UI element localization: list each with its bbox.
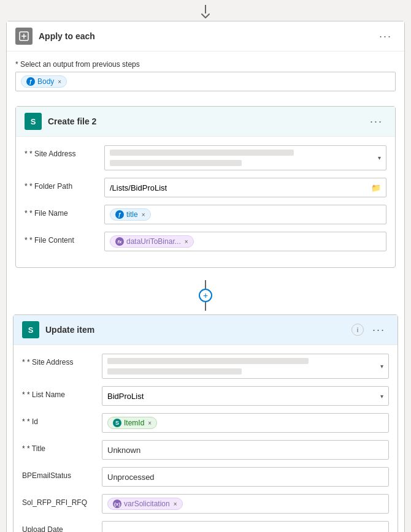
title-input-value: Unknown [107, 446, 140, 455]
list-name-dropdown[interactable]: BidProList ▾ [102, 386, 389, 406]
title-control: Unknown [102, 440, 389, 460]
select-output-label: * Select an output from previous steps [15, 60, 396, 69]
top-connector [0, 0, 411, 21]
body-token-label: Body [37, 77, 54, 86]
title-token-close[interactable]: × [142, 211, 145, 218]
loop-icon [19, 31, 29, 41]
title-token: ƒ title × [110, 208, 151, 221]
create-file-title: Create file 2 [48, 116, 366, 126]
id-input[interactable]: S ItemId × [102, 413, 389, 433]
sol-label: Sol_RFP_RFI_RFQ [22, 494, 102, 507]
body-token-close[interactable]: × [58, 78, 61, 85]
var-solicitation-token-icon: {x} [113, 500, 121, 508]
title-token-icon: ƒ [115, 210, 124, 219]
update-site-dropdown-arrow: ▾ [380, 363, 383, 370]
site-address-dropdown[interactable]: ▾ [104, 145, 386, 170]
list-name-label: * List Name [22, 386, 102, 399]
update-item-actions: i ··· [351, 322, 389, 338]
list-name-row: * List Name BidProList ▾ [22, 386, 389, 406]
bp-email-status-input[interactable]: Unprocessed [102, 467, 389, 487]
bp-email-status-value: Unprocessed [107, 473, 155, 482]
update-item-more-button[interactable]: ··· [369, 322, 389, 338]
data-uri-token-icon: fx [115, 237, 124, 246]
update-site-address-blurred [107, 357, 380, 376]
connector-line-bottom [205, 302, 206, 311]
select-output-input[interactable]: ƒ Body × [15, 72, 396, 91]
data-uri-token-close[interactable]: × [185, 238, 188, 245]
title-input[interactable]: Unknown [102, 440, 389, 460]
list-name-dropdown-arrow: ▾ [380, 393, 383, 400]
add-action-connector: + [7, 276, 404, 314]
bp-email-status-control: Unprocessed [102, 467, 389, 487]
update-site-address-control: ▾ [102, 354, 389, 379]
site-address-row: * Site Address ▾ [25, 145, 386, 170]
data-uri-token-label: dataUriToBinar... [126, 237, 181, 246]
item-id-token-icon: S [113, 419, 121, 427]
title-row: * Title Unknown [22, 440, 389, 460]
create-file-icon: S [25, 113, 42, 130]
file-name-input[interactable]: ƒ title × [104, 205, 386, 224]
sol-input[interactable]: {x} varSolicitation × [102, 494, 389, 514]
update-site-address-dropdown[interactable]: ▾ [102, 354, 389, 379]
title-token-label: title [126, 210, 138, 219]
id-control: S ItemId × [102, 413, 389, 433]
create-file-header: S Create file 2 ··· [16, 107, 395, 137]
body-token-icon: ƒ [26, 77, 35, 86]
add-action-button[interactable]: + [199, 289, 212, 302]
folder-path-row: * Folder Path /Lists/BidProList 📁 [25, 178, 386, 197]
apply-each-more-button[interactable]: ··· [375, 29, 396, 44]
folder-icon: 📁 [371, 183, 381, 192]
folder-path-input[interactable]: /Lists/BidProList 📁 [104, 178, 386, 197]
update-item-icon: S [22, 321, 39, 338]
apply-each-container: Apply to each ··· * Select an output fro… [6, 21, 405, 532]
file-content-control: fx dataUriToBinar... × [104, 232, 386, 251]
upload-date-control [102, 521, 389, 532]
upload-date-input[interactable] [102, 521, 389, 532]
upload-date-row: Upload Date [22, 521, 389, 532]
file-name-label: * File Name [25, 205, 104, 218]
file-content-input[interactable]: fx dataUriToBinar... × [104, 232, 386, 251]
bp-email-status-row: BPEmailStatus Unprocessed [22, 467, 389, 487]
site-address-dropdown-arrow: ▾ [378, 154, 381, 161]
upload-date-label: Upload Date [22, 521, 102, 532]
update-item-header: S Update item i ··· [13, 315, 398, 345]
update-item-body: * Site Address ▾ * List Name [13, 345, 398, 532]
create-file-body: * Site Address ▾ * Folder Path [16, 137, 395, 267]
update-item-info-button[interactable]: i [351, 324, 364, 336]
var-solicitation-token-close[interactable]: × [174, 501, 177, 507]
item-id-token-label: ItemId [124, 419, 144, 427]
site-address-control: ▾ [104, 145, 386, 170]
update-site-address-row: * Site Address ▾ [22, 354, 389, 379]
list-name-control: BidProList ▾ [102, 386, 389, 406]
down-arrow-icon [201, 13, 210, 18]
create-file-card: S Create file 2 ··· * Site Address ▾ [15, 106, 396, 268]
update-item-card: S Update item i ··· * Site Address [13, 314, 398, 532]
title-label: * Title [22, 440, 102, 453]
id-label: * Id [22, 413, 102, 426]
connector-line-top [205, 280, 206, 289]
var-solicitation-token: {x} varSolicitation × [107, 498, 183, 510]
file-name-row: * File Name ƒ title × [25, 205, 386, 224]
item-id-token: S ItemId × [107, 417, 157, 429]
site-address-label: * Site Address [25, 145, 104, 158]
update-item-title: Update item [45, 325, 351, 335]
sol-control: {x} varSolicitation × [102, 494, 389, 514]
apply-each-title: Apply to each [39, 31, 375, 41]
file-content-row: * File Content fx dataUriToBinar... × [25, 232, 386, 251]
folder-path-value: /Lists/BidProList [110, 183, 167, 192]
file-content-label: * File Content [25, 232, 104, 245]
var-solicitation-token-label: varSolicitation [124, 500, 170, 508]
update-site-address-label: * Site Address [22, 354, 102, 367]
site-address-blurred [110, 148, 378, 167]
apply-each-icon [15, 28, 33, 45]
info-icon: i [357, 326, 358, 333]
folder-path-label: * Folder Path [25, 178, 104, 191]
file-name-control: ƒ title × [104, 205, 386, 224]
apply-each-body: * Select an output from previous steps ƒ… [7, 51, 404, 100]
item-id-token-close[interactable]: × [148, 420, 152, 427]
id-row: * Id S ItemId × [22, 413, 389, 433]
list-name-value: BidProList [107, 392, 144, 401]
data-uri-token: fx dataUriToBinar... × [110, 235, 194, 248]
body-token: ƒ Body × [21, 75, 67, 88]
create-file-more-button[interactable]: ··· [366, 114, 386, 129]
